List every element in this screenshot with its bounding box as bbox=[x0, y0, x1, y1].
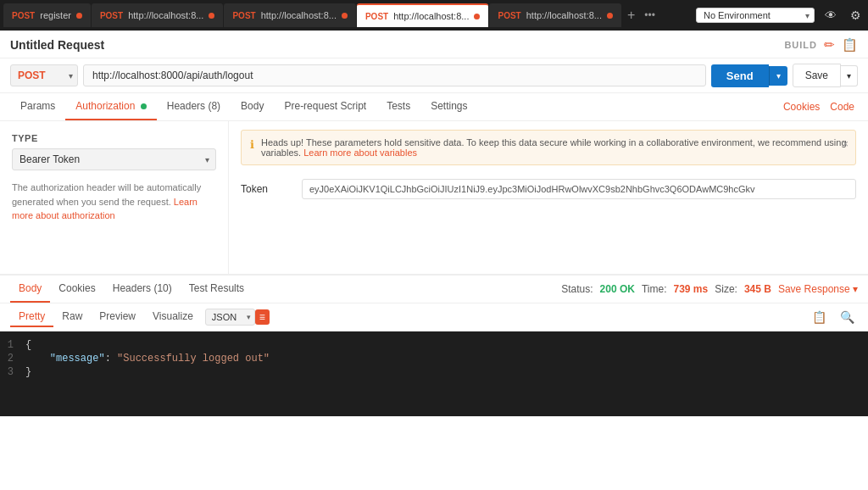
request-title-bar: Untitled Request BUILD ✏ 📋 bbox=[0, 31, 868, 58]
request-tabs: Params Authorization Headers (8) Body Pr… bbox=[0, 93, 868, 121]
url-input[interactable] bbox=[83, 64, 706, 86]
method-select[interactable]: POST GET PUT DELETE PATCH bbox=[10, 64, 78, 86]
response-status-bar: Status: 200 OK Time: 739 ms Size: 345 B … bbox=[561, 283, 858, 295]
learn-more-auth-link[interactable]: Learn more about authorization bbox=[12, 197, 198, 221]
send-button[interactable]: Send bbox=[711, 64, 769, 87]
tab-bar-right: No Environment 👁 ⚙ bbox=[696, 7, 865, 24]
tab-unsaved-dot bbox=[342, 13, 348, 19]
response-area: 1 { 2 "message": "Successfully logged ou… bbox=[0, 331, 868, 416]
search-response-button[interactable]: 🔍 bbox=[837, 309, 858, 326]
fmt-tab-raw[interactable]: Raw bbox=[53, 307, 91, 327]
method-select-wrapper: POST GET PUT DELETE PATCH bbox=[10, 64, 78, 86]
tab-authorization[interactable]: Authorization bbox=[65, 93, 156, 120]
tab-2[interactable]: POST http://localhost:8... bbox=[92, 3, 224, 27]
tab-3[interactable]: POST http://localhost:8... bbox=[224, 3, 356, 27]
fmt-tab-pretty[interactable]: Pretty bbox=[10, 307, 53, 327]
tab-headers[interactable]: Headers (8) bbox=[157, 93, 231, 120]
code-content: { bbox=[25, 339, 31, 351]
tab-register[interactable]: POST register bbox=[3, 3, 91, 27]
close-banner-button[interactable]: × bbox=[842, 137, 849, 150]
response-section: Body Cookies Headers (10) Test Results S… bbox=[0, 274, 868, 416]
auth-left-panel: TYPE Bearer Token No Auth API Key Basic … bbox=[0, 121, 229, 274]
tab-body[interactable]: Body bbox=[231, 93, 274, 120]
request-title: Untitled Request bbox=[10, 38, 104, 52]
info-banner: ℹ Heads up! These parameters hold sensit… bbox=[241, 130, 856, 165]
response-format-toolbar: Pretty Raw Preview Visualize JSON HTML T… bbox=[0, 303, 868, 331]
wrap-icon[interactable]: ≡ bbox=[255, 309, 270, 325]
resp-tab-headers[interactable]: Headers (10) bbox=[104, 276, 181, 303]
tab-label: http://localhost:8... bbox=[261, 10, 337, 20]
save-button[interactable]: Save bbox=[793, 64, 841, 87]
environment-selector-wrapper: No Environment bbox=[696, 8, 815, 23]
token-label: Token bbox=[241, 183, 292, 195]
auth-panel: TYPE Bearer Token No Auth API Key Basic … bbox=[0, 121, 868, 274]
token-input[interactable] bbox=[302, 179, 856, 199]
line-number: 3 bbox=[0, 366, 25, 378]
time-label: Time: bbox=[642, 283, 667, 295]
info-banner-text: Heads up! These parameters hold sensitiv… bbox=[261, 137, 847, 158]
tab-label: register bbox=[40, 10, 71, 20]
code-content: "message": "Successfully logged out" bbox=[25, 353, 270, 365]
learn-more-variables-link[interactable]: Learn more about variables bbox=[303, 148, 417, 158]
send-button-group: Send ▾ bbox=[711, 64, 787, 87]
code-line-2: 2 "message": "Successfully logged out" bbox=[0, 352, 868, 365]
tab-prerequest[interactable]: Pre-request Script bbox=[274, 93, 376, 120]
tab-right-links: Cookies Code bbox=[780, 94, 858, 120]
token-row: Token bbox=[241, 179, 856, 199]
code-line-3: 3 } bbox=[0, 365, 868, 379]
tab-label: http://localhost:8... bbox=[128, 10, 203, 20]
time-value: 739 ms bbox=[674, 283, 709, 295]
auth-type-select-wrapper: Bearer Token No Auth API Key Basic Auth … bbox=[12, 148, 216, 170]
resp-tab-body[interactable]: Body bbox=[10, 276, 50, 303]
url-bar: POST GET PUT DELETE PATCH Send ▾ Save ▾ bbox=[0, 58, 868, 93]
resp-tab-test-results[interactable]: Test Results bbox=[181, 276, 253, 303]
eye-icon-button[interactable]: 👁 bbox=[821, 7, 840, 24]
more-tabs-button[interactable]: ••• bbox=[641, 9, 659, 21]
build-label: BUILD bbox=[784, 40, 817, 50]
save-dropdown-button[interactable]: ▾ bbox=[841, 65, 858, 86]
format-select[interactable]: JSON HTML Text XML bbox=[205, 309, 255, 326]
tab-unsaved-dot bbox=[607, 13, 613, 19]
code-content: } bbox=[25, 366, 31, 378]
info-icon: ℹ bbox=[250, 138, 254, 151]
size-label: Size: bbox=[715, 283, 737, 295]
tab-settings[interactable]: Settings bbox=[420, 93, 477, 120]
resp-tab-cookies[interactable]: Cookies bbox=[50, 276, 103, 303]
status-value: 200 OK bbox=[600, 283, 635, 295]
tab-5[interactable]: POST http://localhost:8... bbox=[489, 3, 621, 27]
auth-type-select[interactable]: Bearer Token No Auth API Key Basic Auth … bbox=[12, 148, 216, 170]
tab-params[interactable]: Params bbox=[10, 93, 65, 120]
auth-right-panel: ℹ Heads up! These parameters hold sensit… bbox=[229, 121, 868, 274]
fmt-tab-visualize[interactable]: Visualize bbox=[144, 307, 202, 327]
response-tabs-bar: Body Cookies Headers (10) Test Results S… bbox=[0, 276, 868, 303]
auth-type-label: TYPE bbox=[12, 133, 216, 143]
size-value: 345 B bbox=[744, 283, 771, 295]
copy-response-button[interactable]: 📋 bbox=[809, 309, 830, 326]
environment-select[interactable]: No Environment bbox=[696, 8, 815, 23]
copy-icon-button[interactable]: 📋 bbox=[842, 37, 858, 53]
code-line-1: 1 { bbox=[0, 338, 868, 352]
status-label: Status: bbox=[561, 283, 593, 295]
auth-info-text: The authorization header will be automat… bbox=[12, 181, 216, 223]
tab-method-badge: POST bbox=[365, 12, 388, 21]
edit-icon-button[interactable]: ✏ bbox=[824, 37, 835, 53]
tab-tests[interactable]: Tests bbox=[376, 93, 420, 120]
line-number: 1 bbox=[0, 339, 25, 351]
settings-icon-button[interactable]: ⚙ bbox=[847, 7, 865, 24]
tab-label: http://localhost:8... bbox=[393, 11, 469, 21]
fmt-tab-preview[interactable]: Preview bbox=[91, 307, 144, 327]
format-select-wrapper: JSON HTML Text XML bbox=[205, 309, 255, 326]
tab-4-active[interactable]: POST http://localhost:8... bbox=[357, 3, 489, 27]
tab-method-badge: POST bbox=[498, 11, 520, 20]
send-dropdown-button[interactable]: ▾ bbox=[769, 66, 787, 86]
new-tab-button[interactable]: + bbox=[622, 8, 640, 23]
code-link[interactable]: Code bbox=[826, 94, 858, 120]
tab-label: http://localhost:8... bbox=[526, 10, 602, 20]
cookies-link[interactable]: Cookies bbox=[780, 94, 823, 120]
tab-method-badge: POST bbox=[232, 11, 255, 20]
build-label-area: BUILD ✏ 📋 bbox=[784, 37, 858, 53]
line-number: 2 bbox=[0, 353, 25, 365]
tab-unsaved-dot bbox=[474, 14, 480, 19]
resp-toolbar-right: 📋 🔍 bbox=[809, 309, 858, 326]
save-response-button[interactable]: Save Response ▾ bbox=[778, 283, 858, 295]
